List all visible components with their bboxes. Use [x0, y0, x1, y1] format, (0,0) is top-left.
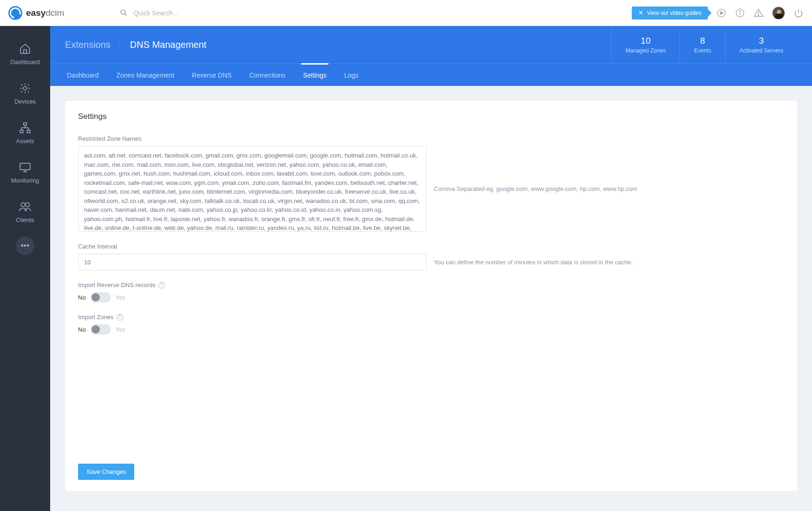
cache-interval-label: Cache Interval — [78, 243, 784, 250]
breadcrumb-parent[interactable]: Extensions — [65, 39, 111, 50]
search-area — [120, 9, 631, 17]
power-icon[interactable] — [793, 8, 804, 18]
svg-point-8 — [758, 14, 759, 15]
sidebar-item-label: Devices — [14, 98, 36, 105]
import-reverse-toggle[interactable] — [91, 292, 111, 302]
info-icon[interactable] — [735, 8, 745, 18]
tab-connections[interactable]: Connections — [248, 63, 288, 86]
sidebar-item-label: Monitoring — [11, 177, 39, 184]
svg-point-11 — [23, 86, 27, 90]
stat-label: Managed Zones — [626, 47, 666, 54]
gear-icon — [19, 82, 31, 94]
stat-activated-servers[interactable]: 3 Activated Servers — [725, 28, 797, 61]
restricted-zone-names-label: Restricted Zone Names — [78, 135, 784, 142]
sidebar-item-label: Assets — [16, 138, 34, 144]
topbar: easydcim ✕ View our video guides — [0, 0, 812, 26]
svg-marker-3 — [720, 11, 723, 14]
stats: 10 Managed Zones 8 Events 3 Activated Se… — [611, 28, 797, 61]
svg-rect-13 — [20, 130, 23, 132]
tab-zones-management[interactable]: Zones Management — [115, 63, 177, 86]
stat-label: Events — [694, 47, 711, 54]
breadcrumb-current: DNS Management — [130, 39, 207, 50]
cache-interval-row: Cache Interval You can define the number… — [78, 243, 784, 270]
tab-reverse-dns[interactable]: Reverse DNS — [190, 63, 234, 86]
hierarchy-icon — [19, 122, 31, 134]
restricted-zone-names-hint: Comma Separated eg. google.com, www.goog… — [434, 185, 637, 192]
svg-line-1 — [125, 14, 127, 16]
stat-label: Activated Servers — [740, 47, 783, 54]
import-zones-row: Import Zones ? No Yes — [78, 314, 784, 334]
video-guides-label: View our video guides — [647, 10, 701, 16]
brand-logo[interactable]: easydcim — [8, 6, 64, 20]
sidebar-item-devices[interactable]: Devices — [0, 74, 50, 113]
stat-managed-zones[interactable]: 10 Managed Zones — [611, 28, 680, 61]
tab-dashboard[interactable]: Dashboard — [65, 63, 101, 86]
cache-interval-input[interactable] — [78, 254, 426, 270]
page-title: Settings — [78, 112, 784, 121]
page-header: Extensions 〉 DNS Management 10 Managed Z… — [50, 26, 812, 86]
save-changes-button[interactable]: Save Changes — [78, 464, 134, 480]
import-zones-label: Import Zones — [78, 314, 114, 321]
import-reverse-row: Import Reverse DNS records ? No Yes — [78, 282, 784, 302]
svg-rect-12 — [24, 123, 27, 125]
video-guides-button[interactable]: ✕ View our video guides — [632, 7, 708, 20]
help-icon[interactable]: ? — [117, 314, 123, 321]
chevron-right-icon: 〉 — [117, 40, 124, 49]
svg-rect-19 — [20, 163, 30, 170]
svg-point-6 — [740, 11, 740, 12]
avatar[interactable] — [772, 7, 785, 20]
import-reverse-label: Import Reverse DNS records — [78, 282, 156, 288]
sidebar-item-dashboard[interactable]: Dashboard — [0, 34, 50, 74]
sidebar: Dashboard Devices Assets Monitoring Clie… — [0, 26, 50, 511]
brand-text: easydcim — [26, 8, 64, 18]
svg-rect-14 — [27, 130, 30, 132]
restricted-zone-names-row: Restricted Zone Names Comma Separated eg… — [78, 135, 784, 232]
content: Extensions 〉 DNS Management 10 Managed Z… — [50, 26, 812, 511]
sidebar-item-assets[interactable]: Assets — [0, 113, 50, 153]
close-icon[interactable]: ✕ — [638, 10, 643, 16]
toggle-no-label: No — [78, 294, 86, 301]
home-icon — [19, 43, 31, 55]
svg-point-0 — [121, 10, 126, 14]
restricted-zone-names-textarea[interactable] — [78, 146, 426, 232]
tab-settings[interactable]: Settings — [301, 63, 328, 86]
help-icon[interactable]: ? — [158, 282, 165, 288]
import-zones-toggle[interactable] — [91, 324, 111, 334]
tab-logs[interactable]: Logs — [342, 63, 360, 86]
sidebar-more-button[interactable]: ••• — [16, 236, 34, 255]
users-icon — [19, 201, 31, 213]
tabs: Dashboard Zones Management Reverse DNS C… — [50, 63, 812, 86]
sidebar-item-clients[interactable]: Clients — [0, 192, 50, 232]
cache-interval-hint: You can define the number of minutes in … — [434, 259, 633, 266]
search-input[interactable] — [133, 9, 273, 17]
sidebar-item-label: Clients — [16, 216, 34, 223]
play-icon[interactable] — [716, 8, 727, 18]
settings-card: Settings Restricted Zone Names Comma Sep… — [65, 101, 797, 491]
sidebar-item-label: Dashboard — [10, 59, 40, 66]
toggle-yes-label: Yes — [116, 326, 125, 333]
ellipsis-icon: ••• — [21, 241, 30, 251]
svg-point-22 — [21, 203, 25, 207]
page-body: Settings Restricted Zone Names Comma Sep… — [50, 86, 812, 511]
topbar-right: ✕ View our video guides — [632, 7, 804, 20]
stat-value: 8 — [694, 36, 711, 46]
stat-events[interactable]: 8 Events — [680, 28, 725, 61]
toggle-yes-label: Yes — [116, 294, 125, 301]
toggle-no-label: No — [78, 326, 86, 333]
sidebar-item-monitoring[interactable]: Monitoring — [0, 153, 50, 192]
search-icon[interactable] — [120, 9, 128, 17]
breadcrumb: Extensions 〉 DNS Management — [65, 39, 206, 50]
monitor-icon — [19, 161, 31, 173]
brand-logo-icon — [8, 6, 22, 20]
stat-value: 3 — [740, 36, 783, 46]
warning-icon[interactable] — [753, 8, 764, 18]
stat-value: 10 — [626, 36, 666, 46]
svg-point-23 — [26, 203, 30, 207]
svg-rect-10 — [24, 50, 27, 53]
